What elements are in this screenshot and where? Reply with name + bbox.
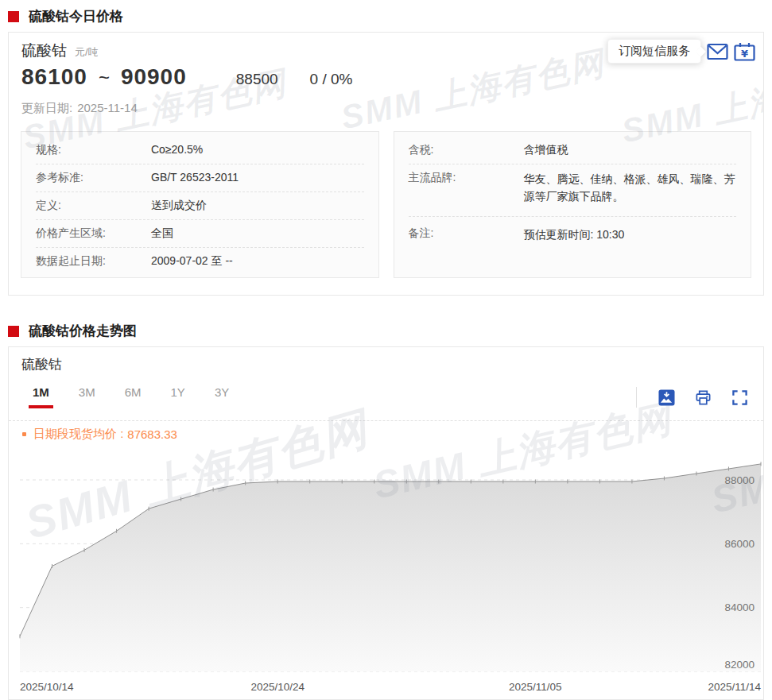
red-square-icon xyxy=(8,326,19,337)
detail-label: 参考标准: xyxy=(36,171,151,185)
fullscreen-icon[interactable] xyxy=(731,389,748,406)
price-invoice-icon[interactable]: ¥ xyxy=(734,42,755,61)
detail-value: 华友、腾远、佳纳、格派、雄风、瑞隆、芳源等厂家旗下品牌。 xyxy=(524,171,737,205)
smm-watermark: SMM 上海有色网 xyxy=(337,41,609,141)
subscribe-sms-tooltip: 订阅短信服务 xyxy=(607,39,701,64)
tab-1y[interactable]: 1Y xyxy=(171,385,185,404)
price-low: 86100 xyxy=(21,64,87,90)
detail-label: 备注: xyxy=(409,226,524,244)
price-tilde: ~ xyxy=(99,67,110,89)
detail-label: 定义: xyxy=(36,199,151,213)
mail-subscribe-icon[interactable] xyxy=(707,42,728,61)
update-date-value: 2025-11-14 xyxy=(77,101,138,114)
legend-dot-icon xyxy=(22,432,26,436)
table-row: 规格: Co≥20.5% xyxy=(36,136,364,164)
detail-value: 2009-07-02 至 -- xyxy=(151,253,364,270)
detail-label: 数据起止日期: xyxy=(36,254,151,269)
detail-label: 规格: xyxy=(36,143,151,157)
price-unit: 元/吨 xyxy=(75,45,99,60)
legend-separator xyxy=(9,420,763,421)
price-high: 90900 xyxy=(121,64,187,90)
detail-value: GB/T 26523-2011 xyxy=(151,169,364,187)
detail-value: Co≥20.5% xyxy=(151,141,364,159)
today-price-section-header: 硫酸钴今日价格 xyxy=(0,0,772,32)
save-image-icon[interactable] xyxy=(658,389,675,406)
chart-product-title: 硫酸钴 xyxy=(21,355,62,373)
table-row: 参考标准: GB/T 26523-2011 xyxy=(36,164,364,191)
table-row: 价格产生区域: 全国 xyxy=(36,219,364,247)
tab-3y[interactable]: 3Y xyxy=(215,385,229,404)
svg-text:2025/11/05: 2025/11/05 xyxy=(509,681,562,693)
update-date-label: 更新日期: xyxy=(21,101,72,114)
red-square-icon xyxy=(8,11,19,22)
product-name: 硫酸钴 xyxy=(21,41,67,61)
svg-text:2025/11/14: 2025/11/14 xyxy=(708,681,761,693)
price-average: 88500 xyxy=(236,71,278,88)
today-price-card: SMM 上海有色网 SMM 上海有色网 SMM 上海有色网 硫酸钴 元/吨 86… xyxy=(8,32,764,296)
detail-value: 预估更新时间: 10:30 xyxy=(524,226,737,244)
printer-icon[interactable] xyxy=(695,389,712,406)
svg-text:¥: ¥ xyxy=(741,48,748,60)
table-row: 备注: 预估更新时间: 10:30 xyxy=(409,216,737,253)
table-row: 定义: 送到成交价 xyxy=(36,191,364,219)
legend-label: 日期段现货均价 : xyxy=(33,427,123,442)
legend-value: 87683.33 xyxy=(127,427,177,441)
chart-toolbar xyxy=(636,387,748,408)
detail-value: 含增值税 xyxy=(524,141,737,159)
update-date-row: 更新日期:2025-11-14 xyxy=(21,101,142,116)
table-row: 主流品牌: 华友、腾远、佳纳、格派、雄风、瑞隆、芳源等厂家旗下品牌。 xyxy=(409,164,737,216)
tab-1m[interactable]: 1M xyxy=(33,385,49,404)
svg-text:84000: 84000 xyxy=(724,601,755,613)
tab-6m[interactable]: 6M xyxy=(125,385,142,404)
toolbar-divider xyxy=(636,387,637,408)
svg-text:2025/10/24: 2025/10/24 xyxy=(250,681,305,693)
svg-text:2025/10/14: 2025/10/14 xyxy=(20,681,74,693)
table-row: 数据起止日期: 2009-07-02 至 -- xyxy=(36,247,364,275)
price-trend-chart[interactable]: 820008400086000880002025/10/142025/10/24… xyxy=(9,443,763,700)
tab-3m[interactable]: 3M xyxy=(79,385,95,404)
svg-text:82000: 82000 xyxy=(724,659,755,671)
section-title: 硫酸钴今日价格 xyxy=(29,7,123,25)
price-details-right-table: 含税: 含增值税 主流品牌: 华友、腾远、佳纳、格派、雄风、瑞隆、芳源等厂家旗下… xyxy=(394,131,752,278)
period-tabs: 1M 3M 6M 1Y 3Y xyxy=(33,385,229,404)
detail-label: 含税: xyxy=(409,143,524,157)
price-trend-card: SMM 上海有色网 SMM 上海有色网 SMM 上海有色网 硫酸钴 1M 3M … xyxy=(8,346,764,700)
svg-text:88000: 88000 xyxy=(724,474,755,486)
detail-label: 主流品牌: xyxy=(409,171,524,205)
detail-label: 价格产生区域: xyxy=(36,226,151,241)
svg-text:86000: 86000 xyxy=(724,538,755,550)
chart-legend[interactable]: 日期段现货均价 : 87683.33 xyxy=(22,427,177,442)
price-details-left-table: 规格: Co≥20.5% 参考标准: GB/T 26523-2011 定义: 送… xyxy=(21,131,379,278)
detail-value: 送到成交价 xyxy=(151,197,364,215)
table-row: 含税: 含增值税 xyxy=(409,136,737,164)
trend-chart-section-header: 硫酸钴价格走势图 xyxy=(0,315,772,346)
detail-value: 全国 xyxy=(151,225,364,242)
price-change: 0 / 0% xyxy=(310,71,353,88)
section-title: 硫酸钴价格走势图 xyxy=(29,322,137,340)
